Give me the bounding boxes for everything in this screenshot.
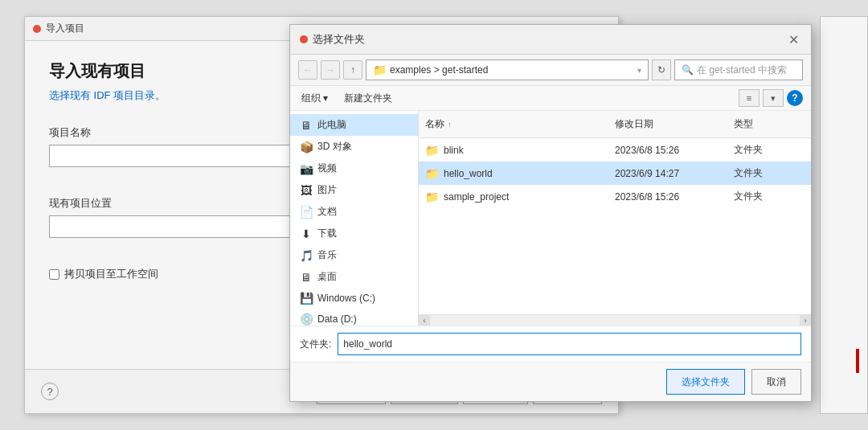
file-list-header: 名称 ↑ 修改日期 类型 bbox=[419, 111, 811, 138]
filename-input[interactable] bbox=[338, 333, 801, 355]
dialog-close-button[interactable]: ✕ bbox=[785, 31, 801, 47]
footer-left: ? bbox=[41, 383, 59, 400]
sidebar-item-windows-c[interactable]: 💾 Windows (C:) bbox=[290, 288, 418, 309]
file-type-sample-project: 文件夹 bbox=[727, 186, 811, 207]
dialog-title-text: 选择文件夹 bbox=[313, 32, 365, 47]
scroll-track bbox=[430, 315, 800, 326]
file-dialog: 选择文件夹 ✕ ← → ↑ 📁 examples > get-started ▾… bbox=[289, 24, 812, 402]
dialog-navbar: ← → ↑ 📁 examples > get-started ▾ ↻ 🔍 在 g… bbox=[290, 55, 811, 86]
file-list-area: 名称 ↑ 修改日期 类型 📁 blink 2023/6/8 15:26 文件夹 bbox=[419, 111, 811, 326]
address-text: examples > get-started bbox=[390, 64, 488, 76]
dialog-sidebar: 🖥 此电脑 📦 3D 对象 📷 视频 🖼 图片 📄 文档 ⬇ 下载 bbox=[290, 111, 419, 326]
sidebar-item-music[interactable]: 🎵 音乐 bbox=[290, 244, 418, 266]
sidebar-item-data-d[interactable]: 💿 Data (D:) bbox=[290, 309, 418, 326]
location-input[interactable] bbox=[49, 215, 306, 238]
search-placeholder: 在 get-started 中搜索 bbox=[697, 63, 787, 77]
view-dropdown-button[interactable]: ▾ bbox=[763, 89, 784, 107]
filename-label: 文件夹: bbox=[300, 338, 331, 351]
sort-arrow-icon: ↑ bbox=[448, 121, 452, 129]
windows-c-icon: 💾 bbox=[300, 292, 313, 305]
wizard-red-dot bbox=[33, 25, 41, 33]
sidebar-documents-label: 文档 bbox=[317, 205, 337, 219]
dialog-toolbar: 组织 ▾ 新建文件夹 ≡ ▾ ? bbox=[290, 86, 811, 111]
sidebar-this-pc-label: 此电脑 bbox=[317, 118, 346, 132]
sidebar-item-downloads[interactable]: ⬇ 下载 bbox=[290, 223, 418, 244]
dialog-footer: 选择文件夹 取消 bbox=[290, 362, 811, 401]
pictures-icon: 🖼 bbox=[300, 184, 313, 197]
dialog-cancel-button[interactable]: 取消 bbox=[751, 369, 801, 395]
file-date-sample-project: 2023/6/8 15:26 bbox=[608, 188, 727, 206]
col-date-label: 修改日期 bbox=[615, 117, 653, 131]
toolbar-right: ≡ ▾ ? bbox=[739, 89, 803, 107]
name-input[interactable] bbox=[49, 145, 306, 167]
sidebar-desktop-label: 桌面 bbox=[317, 270, 337, 284]
scroll-right-button[interactable]: › bbox=[800, 315, 811, 326]
scroll-left-button[interactable]: ‹ bbox=[419, 315, 430, 326]
desktop-icon: 🖥 bbox=[300, 271, 313, 284]
3d-objects-icon: 📦 bbox=[300, 141, 313, 154]
data-d-icon: 💿 bbox=[300, 313, 313, 326]
dialog-main: 🖥 此电脑 📦 3D 对象 📷 视频 🖼 图片 📄 文档 ⬇ 下载 bbox=[290, 111, 811, 326]
file-row-blink[interactable]: 📁 blink 2023/6/8 15:26 文件夹 bbox=[419, 138, 811, 162]
sidebar-item-pictures[interactable]: 🖼 图片 bbox=[290, 179, 418, 201]
sidebar-data-d-label: Data (D:) bbox=[317, 313, 357, 325]
col-type: 类型 bbox=[727, 114, 811, 134]
col-date: 修改日期 bbox=[608, 114, 727, 134]
file-name-label-blink: blink bbox=[444, 145, 464, 156]
new-folder-button[interactable]: 新建文件夹 bbox=[341, 90, 395, 107]
file-name-blink: 📁 blink bbox=[419, 141, 608, 160]
address-bar[interactable]: 📁 examples > get-started ▾ bbox=[366, 59, 649, 80]
h-scrollbar: ‹ › bbox=[419, 314, 811, 326]
sidebar-item-this-pc[interactable]: 🖥 此电脑 bbox=[290, 114, 418, 136]
nav-up-button[interactable]: ↑ bbox=[343, 60, 362, 80]
search-bar[interactable]: 🔍 在 get-started 中搜索 bbox=[674, 59, 803, 80]
sidebar-3d-label: 3D 对象 bbox=[317, 140, 352, 154]
video-icon: 📷 bbox=[300, 162, 313, 175]
sidebar-item-video[interactable]: 📷 视频 bbox=[290, 158, 418, 179]
address-dropdown-icon[interactable]: ▾ bbox=[637, 66, 641, 75]
sidebar-item-3d-objects[interactable]: 📦 3D 对象 bbox=[290, 136, 418, 158]
dialog-titlebar: 选择文件夹 ✕ bbox=[290, 25, 811, 55]
copy-label: 拷贝项目至工作空间 bbox=[64, 267, 158, 281]
nav-forward-button[interactable]: → bbox=[321, 60, 340, 80]
dialog-help-button[interactable]: ? bbox=[787, 90, 803, 106]
sidebar-music-label: 音乐 bbox=[317, 248, 337, 262]
dialog-filename-row: 文件夹: bbox=[290, 326, 811, 362]
file-date-hello-world: 2023/6/9 14:27 bbox=[608, 165, 727, 182]
folder-icon-blink: 📁 bbox=[425, 144, 439, 157]
nav-back-button[interactable]: ← bbox=[298, 60, 317, 80]
sidebar-item-desktop[interactable]: 🖥 桌面 bbox=[290, 266, 418, 288]
view-button[interactable]: ≡ bbox=[739, 89, 760, 107]
search-icon: 🔍 bbox=[682, 64, 694, 76]
sidebar-downloads-label: 下载 bbox=[317, 227, 337, 240]
right-panel bbox=[820, 16, 868, 414]
folder-icon-hello-world: 📁 bbox=[425, 167, 439, 180]
file-row-sample-project[interactable]: 📁 sample_project 2023/6/8 15:26 文件夹 bbox=[419, 185, 811, 208]
refresh-button[interactable]: ↻ bbox=[652, 59, 671, 80]
col-name-label: 名称 bbox=[425, 117, 444, 131]
music-icon: 🎵 bbox=[300, 249, 313, 262]
file-name-sample-project: 📁 sample_project bbox=[419, 187, 608, 207]
file-name-label-hello-world: hello_world bbox=[444, 168, 493, 179]
documents-icon: 📄 bbox=[300, 206, 313, 219]
sidebar-item-documents[interactable]: 📄 文档 bbox=[290, 201, 418, 223]
select-folder-button[interactable]: 选择文件夹 bbox=[666, 369, 745, 395]
this-pc-icon: 🖥 bbox=[300, 119, 313, 132]
file-row-hello-world[interactable]: 📁 hello_world 2023/6/9 14:27 文件夹 bbox=[419, 162, 811, 185]
sidebar-windows-c-label: Windows (C:) bbox=[317, 293, 375, 304]
copy-checkbox[interactable] bbox=[49, 269, 59, 280]
org-button[interactable]: 组织 ▾ bbox=[298, 90, 331, 107]
col-name: 名称 ↑ bbox=[419, 114, 608, 134]
file-type-blink: 文件夹 bbox=[727, 140, 811, 160]
downloads-icon: ⬇ bbox=[300, 227, 313, 240]
dialog-title-left: 选择文件夹 bbox=[300, 32, 365, 47]
col-type-label: 类型 bbox=[734, 117, 753, 131]
wizard-title: 导入项目 bbox=[46, 22, 84, 35]
sidebar-video-label: 视频 bbox=[317, 162, 337, 175]
file-name-hello-world: 📁 hello_world bbox=[419, 164, 608, 183]
file-name-label-sample-project: sample_project bbox=[444, 191, 509, 203]
file-type-hello-world: 文件夹 bbox=[727, 163, 811, 183]
folder-icon-sample-project: 📁 bbox=[425, 190, 439, 203]
file-date-blink: 2023/6/8 15:26 bbox=[608, 141, 727, 159]
help-icon[interactable]: ? bbox=[41, 383, 59, 400]
